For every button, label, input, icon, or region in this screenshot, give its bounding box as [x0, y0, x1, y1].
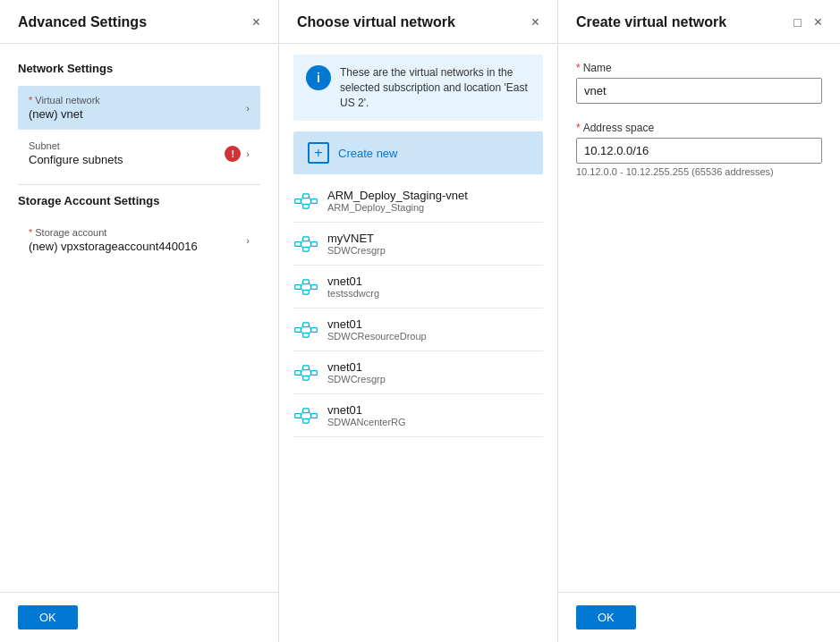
svg-line-45 [301, 416, 302, 421]
address-space-required-star: * [576, 122, 581, 134]
svg-line-21 [301, 287, 302, 292]
storage-account-label: *Storage account [29, 227, 198, 238]
vnet-group: SDWANcenterRG [327, 417, 406, 427]
virtual-network-value: (new) vnet [29, 107, 100, 121]
subnet-label: Subnet [29, 140, 123, 151]
vnet-info: vnet01 SDWANcenterRG [327, 403, 406, 427]
svg-line-15 [309, 244, 310, 249]
create-vnet-header: Create virtual network □ × [558, 0, 840, 44]
advanced-settings-ok-button[interactable]: OK [18, 605, 78, 629]
advanced-settings-panel: Advanced Settings × Network Settings *Vi… [0, 0, 279, 642]
svg-rect-27 [311, 327, 318, 332]
choose-vnet-title: Choose virtual network [297, 14, 455, 30]
name-input[interactable] [576, 78, 822, 104]
storage-account-required-star: * [29, 227, 32, 238]
storage-settings-section-title: Storage Account Settings [18, 194, 260, 207]
subnet-setting-item[interactable]: Subnet Configure subnets ! › [18, 131, 260, 175]
svg-rect-10 [303, 247, 310, 251]
svg-line-22 [309, 282, 310, 287]
svg-rect-1 [303, 194, 310, 199]
vnet-group: SDWCresgrp [327, 245, 386, 256]
svg-line-14 [309, 239, 310, 244]
list-item[interactable]: ARM_Deploy_Staging-vnet ARM_Deploy_Stagi… [293, 180, 543, 223]
info-banner-text: These are the virtual networks in the se… [340, 65, 530, 110]
name-label: *Name [576, 62, 822, 74]
svg-line-4 [301, 196, 302, 201]
vnet-icon [293, 235, 318, 253]
svg-line-46 [309, 410, 310, 416]
vnet-icon [293, 364, 318, 382]
svg-rect-18 [303, 290, 310, 294]
address-space-hint: 10.12.0.0 - 10.12.255.255 (65536 address… [576, 166, 822, 177]
svg-line-6 [309, 196, 310, 201]
svg-rect-25 [303, 323, 310, 327]
vnet-name: vnet01 [327, 403, 406, 417]
minimize-button[interactable]: □ [792, 13, 802, 32]
name-required-star: * [576, 62, 581, 74]
svg-line-31 [309, 330, 310, 335]
vnet-info: myVNET SDWCresgrp [327, 232, 386, 256]
svg-rect-3 [311, 199, 318, 203]
vnet-icon [293, 407, 318, 425]
storage-account-setting-left: *Storage account (new) vpxstorageaccount… [29, 227, 198, 253]
choose-vnet-close-button[interactable]: × [528, 13, 543, 32]
subnet-setting-left: Subnet Configure subnets [29, 140, 123, 166]
svg-line-5 [301, 201, 302, 207]
virtual-network-required-star: * [29, 95, 32, 106]
svg-rect-24 [295, 327, 301, 332]
vnet-icon [293, 278, 318, 296]
svg-line-47 [309, 416, 310, 421]
list-item[interactable]: vnet01 SDWANcenterRG [293, 394, 543, 437]
svg-rect-40 [295, 413, 301, 418]
svg-line-38 [309, 367, 310, 373]
svg-line-37 [301, 373, 302, 378]
vnet-info: vnet01 testssdwcrg [327, 275, 379, 299]
advanced-settings-title: Advanced Settings [18, 14, 147, 30]
create-vnet-header-icons: □ × [792, 13, 826, 32]
virtual-network-setting-left: *Virtual network (new) vnet [29, 95, 100, 121]
info-icon: i [306, 65, 331, 90]
choose-vnet-header: Choose virtual network × [279, 0, 557, 44]
create-new-button[interactable]: + Create new [293, 131, 543, 174]
svg-rect-17 [303, 280, 310, 284]
list-item[interactable]: myVNET SDWCresgrp [293, 223, 543, 266]
svg-line-23 [309, 287, 310, 292]
vnet-icon [293, 321, 318, 339]
create-new-label: Create new [338, 147, 397, 160]
storage-account-setting-item[interactable]: *Storage account (new) vpxstorageaccount… [18, 218, 260, 262]
vnet-name: ARM_Deploy_Staging-vnet [327, 189, 468, 202]
plus-icon: + [308, 142, 329, 164]
vnet-group: ARM_Deploy_Staging [327, 202, 468, 213]
svg-rect-42 [303, 418, 310, 423]
list-item[interactable]: vnet01 SDWCresgrp [293, 351, 543, 394]
storage-account-setting-right: › [246, 235, 250, 246]
list-item[interactable]: vnet01 SDWCResourceDroup [293, 308, 543, 351]
advanced-settings-header: Advanced Settings × [0, 0, 278, 44]
create-vnet-panel: Create virtual network □ × *Name *Addres… [558, 0, 840, 642]
address-space-form-group: *Address space 10.12.0.0 - 10.12.255.255… [576, 122, 822, 177]
create-vnet-footer: OK [558, 592, 840, 642]
svg-line-44 [301, 410, 302, 416]
vnet-info: vnet01 SDWCresgrp [327, 360, 386, 384]
create-vnet-close-button[interactable]: × [810, 13, 826, 32]
svg-rect-0 [295, 199, 301, 203]
list-item[interactable]: vnet01 testssdwcrg [293, 266, 543, 308]
name-form-group: *Name [576, 62, 822, 104]
address-space-input[interactable] [576, 138, 822, 164]
svg-rect-32 [295, 370, 301, 375]
vnet-name: vnet01 [327, 317, 427, 331]
virtual-network-setting-right: › [246, 103, 250, 114]
svg-rect-33 [303, 366, 310, 370]
svg-rect-26 [303, 333, 310, 337]
create-vnet-ok-button[interactable]: OK [576, 605, 636, 629]
virtual-network-setting-item[interactable]: *Virtual network (new) vnet › [18, 86, 260, 130]
svg-rect-9 [303, 237, 310, 241]
advanced-settings-close-button[interactable]: × [249, 13, 264, 32]
svg-line-12 [301, 239, 302, 244]
divider-1 [18, 184, 260, 185]
create-vnet-title: Create virtual network [576, 14, 726, 30]
vnet-info: vnet01 SDWCResourceDroup [327, 317, 427, 342]
svg-line-28 [301, 325, 302, 330]
create-vnet-content: *Name *Address space 10.12.0.0 - 10.12.2… [558, 44, 840, 592]
advanced-settings-footer: OK [0, 592, 278, 642]
